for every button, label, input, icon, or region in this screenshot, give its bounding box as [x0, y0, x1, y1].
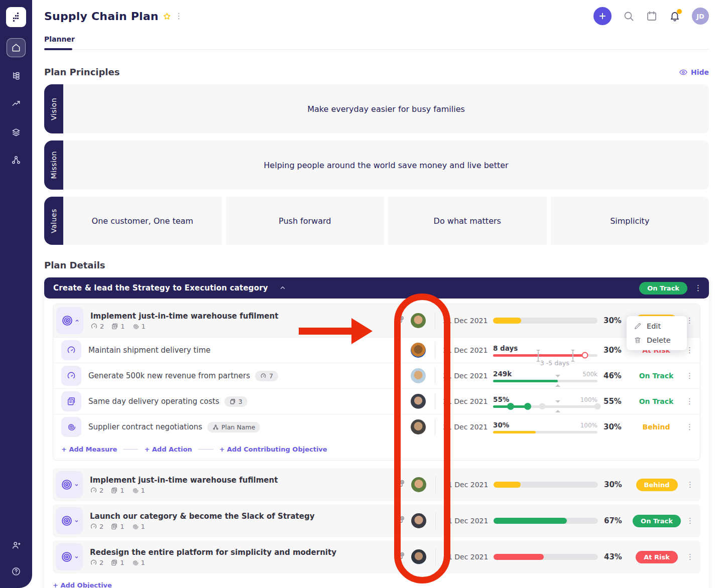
row-menu-icon[interactable]: ⋮ — [686, 317, 694, 325]
top-bar: Supply Chain Plan ⋮ JD — [44, 0, 709, 25]
measure-count-badge[interactable]: 7 — [255, 371, 278, 381]
status-text[interactable]: On Track — [633, 372, 680, 380]
assignee-avatar[interactable] — [411, 313, 426, 328]
value-card[interactable]: Do what matters — [388, 197, 547, 245]
milestone-dot-done[interactable] — [507, 403, 514, 410]
group-menu-icon[interactable]: ⋮ — [694, 284, 702, 292]
notifications-bell-icon[interactable] — [669, 10, 681, 22]
assignee-avatar[interactable] — [411, 419, 426, 434]
slider-handle[interactable] — [582, 352, 588, 359]
app-logo-icon[interactable] — [6, 7, 26, 27]
spiral-icon — [132, 559, 139, 566]
status-badge[interactable]: On Track — [633, 515, 681, 527]
sidebar-item-invite[interactable] — [7, 536, 26, 555]
divider — [435, 342, 435, 359]
assignee-avatar[interactable] — [411, 343, 426, 358]
objective-row[interactable]: Redesign the entire platform for simplic… — [53, 540, 700, 573]
row-menu-icon[interactable]: ⋮ — [686, 553, 694, 561]
add-measure-link[interactable]: + Add Measure — [61, 446, 117, 453]
assignee-avatar[interactable] — [411, 368, 426, 383]
context-menu-edit[interactable]: Edit — [627, 319, 687, 333]
objective-tile[interactable] — [56, 471, 83, 498]
create-button[interactable] — [593, 7, 612, 25]
value-card[interactable]: Simplicity — [551, 197, 709, 245]
sidebar-item-reports[interactable] — [7, 94, 26, 113]
assignee-avatar[interactable] — [411, 477, 426, 492]
title-menu-icon[interactable]: ⋮ — [175, 13, 183, 20]
row-menu-icon[interactable]: ⋮ — [686, 517, 694, 525]
network-icon — [212, 424, 219, 430]
progress-bar — [494, 554, 598, 560]
status-text[interactable]: On Track — [633, 397, 680, 405]
favorite-star-icon[interactable] — [163, 12, 171, 21]
add-comment-icon[interactable] — [394, 479, 405, 490]
trash-icon — [634, 336, 642, 344]
tab-planner[interactable]: Planner — [44, 35, 75, 49]
objective-tile[interactable] — [56, 507, 83, 534]
add-contributing-objective-link[interactable]: + Add Contributing Objective — [219, 446, 327, 453]
objective-row[interactable]: Implement just-in-time warehouse fufilme… — [53, 468, 700, 501]
add-objective-link[interactable]: + Add Objective — [44, 573, 709, 588]
objective-row[interactable]: Launch our category & become the Slack o… — [53, 504, 700, 537]
row-menu-icon[interactable]: ⋮ — [686, 481, 694, 489]
help-icon — [11, 566, 21, 576]
milestone-slider[interactable] — [493, 405, 597, 408]
milestone-dot[interactable] — [539, 403, 545, 410]
measure-row[interactable]: Maintain shipment delivery time 31 Dec 2… — [53, 337, 700, 363]
sidebar-item-home[interactable] — [7, 38, 26, 57]
value-card[interactable]: Push forward — [226, 197, 385, 245]
sidebar-item-plans[interactable] — [7, 66, 26, 85]
range-slider[interactable]: 3 -5 days — [493, 354, 597, 357]
add-comment-icon[interactable] — [394, 315, 405, 326]
gauge-icon — [260, 373, 267, 379]
objective-tile[interactable] — [56, 543, 83, 570]
hide-principles-button[interactable]: Hide — [679, 68, 709, 77]
contributing-objective-row[interactable]: Supplier contract negotiations Plan Name… — [53, 414, 700, 439]
mission-card[interactable]: Helping people around the world save mon… — [63, 140, 709, 190]
action-count-badge[interactable]: 3 — [224, 396, 248, 407]
row-menu-icon[interactable]: ⋮ — [686, 347, 694, 354]
status-text[interactable]: Behind — [633, 423, 680, 431]
action-row[interactable]: Same day delivery operating costs 3 31 D… — [53, 388, 700, 414]
milestone-dot[interactable] — [594, 403, 601, 410]
bullseye-icon — [60, 478, 73, 491]
assignee-avatar[interactable] — [411, 513, 426, 528]
sidebar-item-alignment[interactable] — [7, 151, 26, 170]
user-avatar[interactable]: JD — [692, 8, 709, 25]
plan-name-badge[interactable]: Plan Name — [207, 422, 260, 432]
group-status-badge[interactable]: On Track — [639, 282, 687, 295]
context-menu-delete[interactable]: Delete — [627, 333, 687, 347]
collapse-chevron-icon[interactable] — [279, 284, 286, 291]
target-value-label: 100% — [580, 396, 597, 403]
status-badge[interactable]: At Risk — [636, 551, 678, 563]
measure-row[interactable]: Generate 500k new revenue from partners … — [53, 363, 700, 388]
measure-tile[interactable] — [61, 340, 81, 360]
add-action-link[interactable]: + Add Action — [144, 446, 192, 453]
row-menu-icon[interactable]: ⋮ — [686, 372, 694, 380]
row-menu-icon[interactable]: ⋮ — [686, 398, 694, 405]
measure-tile[interactable] — [61, 366, 81, 386]
add-comment-icon[interactable] — [394, 551, 405, 562]
chevron-down-icon — [74, 519, 79, 523]
milestone-dot-done[interactable] — [524, 403, 531, 410]
sidebar-item-dashboards[interactable] — [7, 122, 26, 141]
calendar-icon[interactable] — [646, 10, 658, 22]
objective-tile[interactable] — [56, 307, 83, 334]
objective-group-header[interactable]: Create & lead the Strategy to Execution … — [44, 277, 709, 299]
status-badge[interactable]: Behind — [636, 479, 678, 491]
add-comment-icon[interactable] — [394, 515, 405, 526]
sidebar-item-help[interactable] — [7, 562, 26, 581]
action-tile[interactable] — [61, 391, 81, 411]
assignee-avatar[interactable] — [411, 394, 426, 409]
objective-counts: 2 1 1 — [90, 487, 278, 494]
due-date: 31 Dec 2021 — [443, 517, 488, 525]
assignee-avatar[interactable] — [411, 549, 426, 564]
value-card[interactable]: One customer, One team — [63, 197, 222, 245]
row-menu-icon[interactable]: ⋮ — [686, 423, 694, 431]
measure-title: Maintain shipment delivery time — [88, 346, 210, 355]
contributing-tile[interactable] — [61, 417, 81, 437]
search-icon[interactable] — [623, 10, 635, 22]
plan-principles-heading: Plan Principles — [44, 67, 119, 77]
objective-row[interactable]: Implement just-in-time warehouse fufilme… — [53, 304, 700, 337]
vision-card[interactable]: Make everyday easier for busy families — [63, 84, 709, 133]
